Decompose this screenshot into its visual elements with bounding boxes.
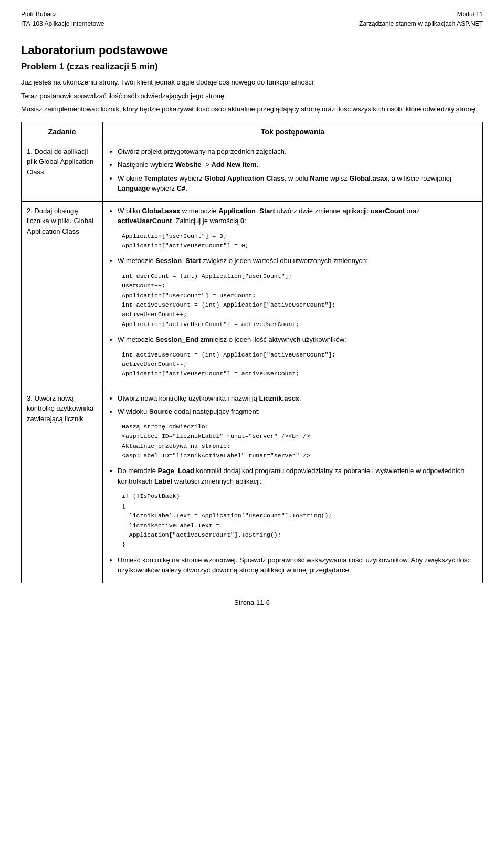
page: Piotr Bubacz ITA-103 Aplikacje Interneto…	[0, 0, 504, 848]
page-header: Piotr Bubacz ITA-103 Aplikacje Interneto…	[21, 9, 483, 32]
module-subtitle: Zarządzanie stanem w aplikacjach ASP.NET	[359, 19, 483, 28]
list-item: W oknie Templates wybierz Global Applica…	[118, 173, 477, 194]
main-table: Zadanie Tok postępowania 1. Dodaj do apl…	[21, 122, 483, 583]
task-cell-1: 1. Dodaj do aplikacji plik Global Applic…	[22, 142, 103, 201]
list-item: Utwórz nową kontrolkę użytkownika i nazw…	[118, 393, 477, 404]
step-text: Następnie wybierz Website -> Add New Ite…	[118, 161, 258, 169]
code-block: int userCount = (int) Application["userC…	[118, 269, 477, 331]
step-text: W metodzie Session_End zmniejsz o jeden …	[118, 336, 346, 343]
col-header-task: Zadanie	[22, 122, 103, 142]
list-item: W pliku Global.asax w metodzie Applicati…	[118, 206, 477, 253]
table-row: 1. Dodaj do aplikacji plik Global Applic…	[22, 142, 483, 201]
intro-section: Już jesteś na ukończeniu strony. Twój kl…	[21, 77, 483, 114]
list-item: W metodzie Session_Start zwiększ o jeden…	[118, 256, 477, 331]
code-block: if (!IsPostBack) { licznikLabel.Text = A…	[118, 489, 477, 551]
table-row: 2. Dodaj obsługę licznika w pliku Global…	[22, 201, 483, 389]
page-footer: Strona 11-6	[21, 594, 483, 606]
intro-p1: Już jesteś na ukończeniu strony. Twój kl…	[21, 77, 483, 88]
list-item: W widoku Source dodaj następujący fragme…	[118, 406, 477, 463]
course-name: ITA-103 Aplikacje Internetowe	[21, 19, 104, 28]
step-text: Otwórz projekt przygotowany na poprzedni…	[118, 148, 287, 155]
task-num-2: 2. Dodaj obsługę licznika w pliku Global…	[27, 207, 93, 235]
step-text: Do metodzie Page_Load kontrolki dodaj ko…	[118, 467, 464, 485]
steps-list-2: W pliku Global.asax w metodzie Applicati…	[108, 206, 477, 381]
header-left: Piotr Bubacz ITA-103 Aplikacje Interneto…	[21, 9, 104, 28]
code-block: int activeUserCount = (int) Application[…	[118, 348, 477, 381]
steps-list-1: Otwórz projekt przygotowany na poprzedni…	[108, 146, 477, 194]
task-cell-2: 2. Dodaj obsługę licznika w pliku Global…	[22, 201, 103, 389]
list-item: Otwórz projekt przygotowany na poprzedni…	[118, 146, 477, 157]
module-name: Moduł 11	[359, 9, 483, 19]
steps-list-3: Utwórz nową kontrolkę użytkownika i nazw…	[108, 393, 477, 575]
page-number: Strona 11-6	[234, 599, 270, 606]
table-row: 3. Utwórz nową kontrolkę użytkownika zaw…	[22, 389, 483, 583]
lab-title: Laboratorium podstawowe	[21, 44, 483, 57]
col-header-steps: Tok postępowania	[103, 122, 483, 142]
list-item: W metodzie Session_End zmniejsz o jeden …	[118, 334, 477, 381]
list-item: Umieść kontrolkę na stronie wzorcowej. S…	[118, 555, 477, 575]
steps-cell-1: Otwórz projekt przygotowany na poprzedni…	[103, 142, 483, 201]
steps-cell-3: Utwórz nową kontrolkę użytkownika i nazw…	[103, 389, 483, 583]
task-num-3: 3. Utwórz nową kontrolkę użytkownika zaw…	[27, 394, 93, 423]
step-text: W widoku Source dodaj następujący fragme…	[118, 407, 260, 415]
step-text: Umieść kontrolkę na stronie wzorcowej. S…	[118, 556, 471, 574]
author-name: Piotr Bubacz	[21, 9, 104, 19]
intro-p2: Teraz postanowił sprawdzać ilość osób od…	[21, 91, 483, 101]
task-num-1: 1. Dodaj do aplikacji plik Global Applic…	[27, 148, 93, 176]
step-text: Utwórz nową kontrolkę użytkownika i nazw…	[118, 394, 301, 402]
steps-cell-2: W pliku Global.asax w metodzie Applicati…	[103, 201, 483, 389]
list-item: Do metodzie Page_Load kontrolki dodaj ko…	[118, 466, 477, 551]
code-block: Naszą stronę odwiedziło: <asp:Label ID="…	[118, 420, 477, 463]
list-item: Następnie wybierz Website -> Add New Ite…	[118, 160, 477, 170]
header-right: Moduł 11 Zarządzanie stanem w aplikacjac…	[359, 9, 483, 28]
step-text: W metodzie Session_Start zwiększ o jeden…	[118, 257, 368, 265]
task-cell-3: 3. Utwórz nową kontrolkę użytkownika zaw…	[22, 389, 103, 583]
intro-p3: Musisz zaimplementować licznik, który bę…	[21, 104, 483, 114]
problem-title: Problem 1 (czas realizacji 5 min)	[21, 61, 483, 72]
step-text: W pliku Global.asax w metodzie Applicati…	[118, 207, 420, 225]
step-text: W oknie Templates wybierz Global Applica…	[118, 174, 452, 193]
code-block: Application["userCount"] = 0; Applicatio…	[118, 229, 477, 253]
